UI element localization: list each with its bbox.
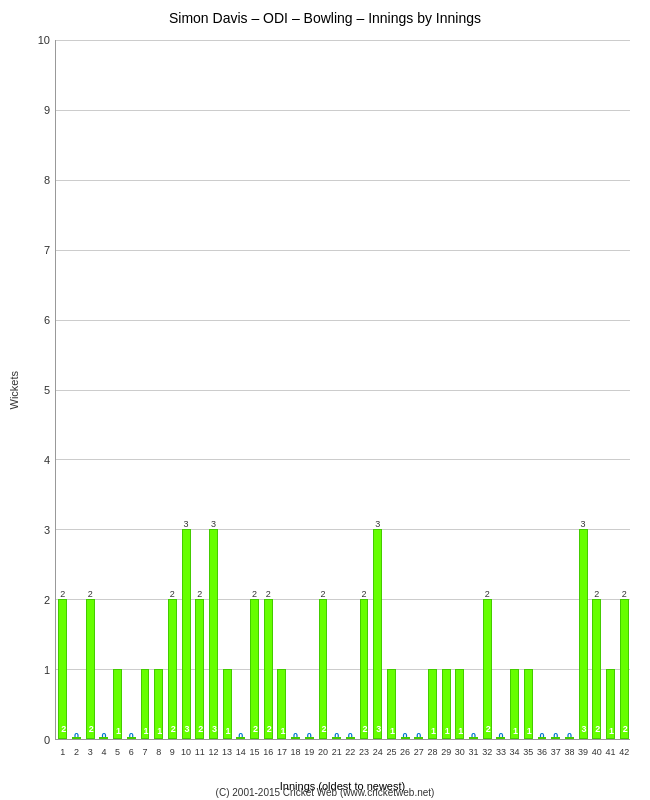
bar-9: 2 [168, 599, 177, 739]
bar-value-13: 1 [224, 726, 233, 736]
zero-label-21: 0 [332, 731, 341, 741]
x-tick-13: 13 [222, 747, 232, 757]
x-tick-31: 31 [469, 747, 479, 757]
bar-value-5: 1 [114, 726, 123, 736]
bar-27 [414, 737, 423, 739]
x-tick-38: 38 [564, 747, 574, 757]
x-tick-5: 5 [115, 747, 120, 757]
bar-20: 2 [319, 599, 328, 739]
above-label-42: 2 [620, 589, 629, 599]
bar-value-16: 2 [265, 724, 274, 734]
bar-36 [538, 737, 547, 739]
above-label-9: 2 [168, 589, 177, 599]
zero-label-36: 0 [538, 731, 547, 741]
bar-value-30: 1 [456, 726, 465, 736]
above-label-23: 2 [360, 589, 369, 599]
x-tick-20: 20 [318, 747, 328, 757]
bar-33 [496, 737, 505, 739]
bar-value-11: 2 [196, 724, 205, 734]
bar-value-20: 2 [320, 724, 329, 734]
bar-11: 2 [195, 599, 204, 739]
x-tick-41: 41 [605, 747, 615, 757]
bar-value-1: 2 [59, 724, 68, 734]
bar-31 [469, 737, 478, 739]
x-tick-29: 29 [441, 747, 451, 757]
x-tick-11: 11 [195, 747, 205, 757]
x-tick-4: 4 [101, 747, 106, 757]
x-tick-15: 15 [249, 747, 259, 757]
bar-14 [236, 737, 245, 739]
bar-3: 2 [86, 599, 95, 739]
x-tick-35: 35 [523, 747, 533, 757]
above-label-24: 3 [373, 519, 382, 529]
bar-16: 2 [264, 599, 273, 739]
zero-label-26: 0 [401, 731, 410, 741]
above-label-12: 3 [209, 519, 218, 529]
x-tick-34: 34 [510, 747, 520, 757]
bar-32: 2 [483, 599, 492, 739]
x-tick-33: 33 [496, 747, 506, 757]
bar-value-41: 1 [607, 726, 616, 736]
bar-34: 1 [510, 669, 519, 739]
above-label-40: 2 [592, 589, 601, 599]
x-tick-9: 9 [170, 747, 175, 757]
bar-value-28: 1 [429, 726, 438, 736]
x-tick-26: 26 [400, 747, 410, 757]
bar-1: 2 [58, 599, 67, 739]
bar-4 [99, 737, 108, 739]
x-tick-23: 23 [359, 747, 369, 757]
x-tick-8: 8 [156, 747, 161, 757]
x-tick-17: 17 [277, 747, 287, 757]
bar-value-23: 2 [361, 724, 370, 734]
bar-value-10: 3 [183, 724, 192, 734]
bar-19 [305, 737, 314, 739]
above-label-3: 2 [86, 589, 95, 599]
bar-35: 1 [524, 669, 533, 739]
copyright-label: (C) 2001-2015 Cricket Web (www.cricketwe… [0, 787, 650, 798]
bar-39: 3 [579, 529, 588, 739]
above-label-39: 3 [579, 519, 588, 529]
zero-label-19: 0 [305, 731, 314, 741]
x-tick-6: 6 [129, 747, 134, 757]
bar-value-8: 1 [155, 726, 164, 736]
bar-30: 1 [455, 669, 464, 739]
bar-22 [346, 737, 355, 739]
zero-label-4: 0 [99, 731, 108, 741]
above-label-10: 3 [182, 519, 191, 529]
bar-value-25: 1 [388, 726, 397, 736]
x-tick-10: 10 [181, 747, 191, 757]
zero-label-38: 0 [565, 731, 574, 741]
bar-25: 1 [387, 669, 396, 739]
above-label-32: 2 [483, 589, 492, 599]
bar-10: 3 [182, 529, 191, 739]
bar-value-7: 1 [142, 726, 151, 736]
above-label-20: 2 [319, 589, 328, 599]
bar-28: 1 [428, 669, 437, 739]
chart-title: Simon Davis – ODI – Bowling – Innings by… [0, 0, 650, 31]
x-tick-28: 28 [427, 747, 437, 757]
x-tick-16: 16 [263, 747, 273, 757]
x-tick-39: 39 [578, 747, 588, 757]
bar-12: 3 [209, 529, 218, 739]
bar-value-24: 3 [374, 724, 383, 734]
x-tick-25: 25 [386, 747, 396, 757]
bar-17: 1 [277, 669, 286, 739]
x-tick-22: 22 [345, 747, 355, 757]
zero-label-14: 0 [236, 731, 245, 741]
x-tick-19: 19 [304, 747, 314, 757]
bar-value-17: 1 [278, 726, 287, 736]
zero-label-18: 0 [291, 731, 300, 741]
x-tick-32: 32 [482, 747, 492, 757]
x-tick-40: 40 [592, 747, 602, 757]
x-tick-42: 42 [619, 747, 629, 757]
bar-value-9: 2 [169, 724, 178, 734]
bar-2 [72, 737, 81, 739]
bar-41: 1 [606, 669, 615, 739]
bar-37 [551, 737, 560, 739]
x-tick-3: 3 [88, 747, 93, 757]
bar-21 [332, 737, 341, 739]
chart-container: Simon Davis – ODI – Bowling – Innings by… [0, 0, 650, 800]
x-tick-14: 14 [236, 747, 246, 757]
zero-label-33: 0 [496, 731, 505, 741]
bar-42: 2 [620, 599, 629, 739]
